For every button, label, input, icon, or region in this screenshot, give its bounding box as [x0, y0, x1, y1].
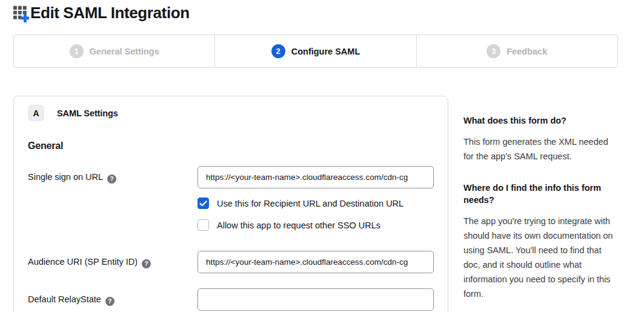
relay-state-input[interactable]	[198, 288, 434, 311]
step-number-badge: 2	[271, 44, 285, 58]
sidebar-question-1: What does this form do?	[463, 115, 615, 127]
panel-header: A SAML Settings	[28, 105, 434, 121]
audience-uri-input[interactable]	[198, 251, 434, 273]
help-icon[interactable]	[105, 297, 115, 306]
help-icon[interactable]	[142, 259, 151, 268]
sso-url-label: Single sign on URL	[28, 172, 103, 182]
sidebar-question-2: Where do I find the info this form needs…	[463, 182, 615, 206]
section-a-badge: A	[28, 105, 44, 121]
relay-state-controls: If no value is set, a blank RelayState i…	[198, 288, 434, 312]
other-sso-checkbox-label[interactable]: Allow this app to request other SSO URLs	[217, 221, 380, 230]
audience-uri-row: Audience URI (SP Entity ID)	[28, 251, 434, 273]
sso-url-row: Single sign on URL Use this for Recipien…	[28, 166, 434, 231]
relay-state-label: Default RelayState	[28, 294, 101, 304]
audience-uri-label-wrap: Audience URI (SP Entity ID)	[28, 251, 198, 273]
step-wizard: 1 General Settings 2 Configure SAML 3 Fe…	[13, 35, 618, 68]
other-sso-checkbox-row: Allow this app to request other SSO URLs	[198, 219, 434, 231]
relay-state-row: Default RelayState If no value is set, a…	[28, 288, 434, 312]
wizard-step-configure-saml[interactable]: 2 Configure SAML	[214, 35, 416, 67]
sso-url-input[interactable]	[198, 166, 434, 188]
help-icon[interactable]	[107, 174, 116, 184]
recipient-url-checkbox[interactable]	[198, 197, 209, 209]
audience-uri-label: Audience URI (SP Entity ID)	[28, 257, 138, 267]
saml-settings-panel: A SAML Settings General Single sign on U…	[13, 96, 448, 312]
step-number-badge: 3	[486, 44, 500, 58]
step-number-badge: 1	[70, 44, 84, 58]
sso-url-controls: Use this for Recipient URL and Destinati…	[198, 166, 434, 231]
step-label: Feedback	[506, 47, 547, 56]
help-sidebar: What does this form do? This form genera…	[463, 115, 615, 312]
wizard-step-general-settings[interactable]: 1 General Settings	[14, 35, 214, 67]
edit-saml-integration-page: Edit SAML Integration 1 General Settings…	[0, 0, 644, 312]
page-title: Edit SAML Integration	[30, 4, 190, 22]
step-label: General Settings	[90, 47, 159, 56]
page-header: Edit SAML Integration	[12, 4, 190, 22]
grid-add-icon	[12, 4, 29, 22]
wizard-step-feedback[interactable]: 3 Feedback	[416, 35, 617, 67]
sidebar-answer-1: This form generates the XML needed for t…	[463, 134, 615, 164]
relay-state-label-wrap: Default RelayState	[28, 288, 198, 312]
sso-url-label-wrap: Single sign on URL	[28, 166, 198, 231]
audience-uri-controls	[198, 251, 434, 273]
other-sso-checkbox[interactable]	[198, 219, 209, 231]
sidebar-answer-2: The app you're trying to integrate with …	[463, 214, 615, 301]
recipient-url-checkbox-label[interactable]: Use this for Recipient URL and Destinati…	[217, 199, 403, 208]
section-title: SAML Settings	[57, 108, 118, 118]
recipient-url-checkbox-row: Use this for Recipient URL and Destinati…	[198, 197, 434, 209]
step-label: Configure SAML	[291, 47, 360, 56]
general-group-heading: General	[28, 141, 434, 151]
